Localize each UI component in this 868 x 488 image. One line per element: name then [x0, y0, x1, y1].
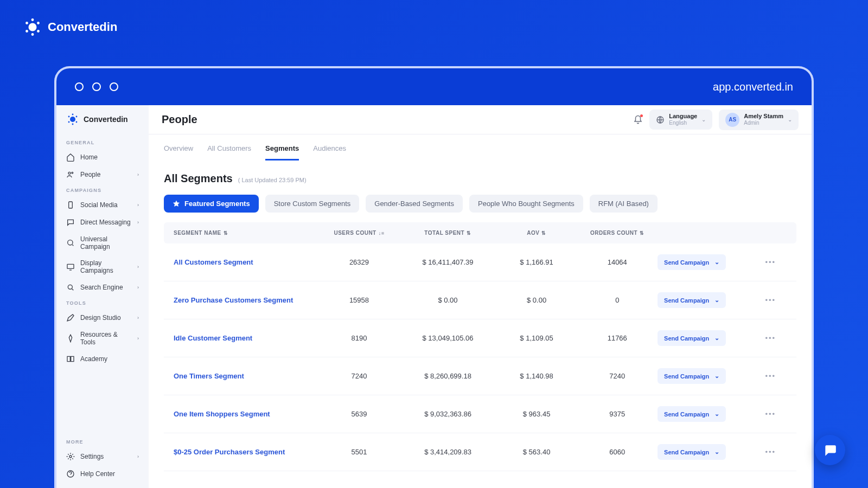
star-icon	[173, 200, 180, 208]
filter-bought[interactable]: People Who Bought Segments	[469, 195, 583, 213]
filter-rfm[interactable]: RFM (AI Based)	[590, 195, 658, 213]
row-menu-button[interactable]: •••	[755, 448, 787, 456]
send-campaign-button[interactable]: Send Campaign ⌄	[658, 330, 726, 346]
svg-point-5	[31, 18, 34, 21]
chat-button[interactable]	[815, 435, 845, 465]
globe-search-icon	[66, 239, 75, 247]
chevron-down-icon: ⌄	[701, 117, 706, 123]
chevron-right-icon: ›	[137, 172, 139, 177]
tab-segments[interactable]: Segments	[265, 144, 299, 160]
segment-link[interactable]: All Customers Segment	[174, 258, 319, 266]
col-segment-name[interactable]: SEGMENT NAME⇅	[174, 230, 319, 236]
svg-point-4	[37, 30, 40, 33]
segments-heading: All Segments	[164, 172, 233, 185]
cell-spent: $ 3,414,209.83	[399, 448, 496, 456]
chevron-right-icon: ›	[137, 220, 139, 225]
sidebar-item-help-center[interactable]: Help Center	[56, 465, 149, 483]
table-header: SEGMENT NAME⇅ USERS COUNT↓≡ TOTAL SPENT⇅…	[164, 222, 796, 243]
chevron-down-icon: ⌄	[714, 448, 719, 455]
send-campaign-button[interactable]: Send Campaign ⌄	[658, 444, 726, 460]
segment-link[interactable]: $0-25 Order Purchasers Segment	[174, 448, 319, 456]
col-users-count[interactable]: USERS COUNT↓≡	[319, 230, 400, 236]
sidebar-item-direct-messaging[interactable]: Direct Messaging ›	[56, 214, 149, 231]
language-selector[interactable]: Language English ⌄	[649, 110, 712, 130]
cell-orders: 14064	[577, 258, 658, 266]
send-campaign-button[interactable]: Send Campaign ⌄	[658, 254, 726, 270]
table-row: One Item Shoppers Segment5639$ 9,032,363…	[164, 395, 796, 433]
people-icon	[66, 170, 75, 179]
filter-store-custom[interactable]: Store Custom Segments	[265, 195, 360, 213]
section-campaigns: CAMPAIGNS	[56, 183, 149, 196]
cell-orders: 6060	[577, 448, 658, 456]
table-row: All Customers Segment26329$ 16,411,407.3…	[164, 243, 796, 281]
user-menu[interactable]: AS Amely Stamm Admin ⌄	[719, 110, 799, 130]
window-controls	[75, 82, 118, 91]
brand-icon	[66, 113, 79, 126]
row-menu-button[interactable]: •••	[755, 258, 787, 266]
svg-point-0	[29, 23, 37, 31]
segment-link[interactable]: One Item Shoppers Segment	[174, 410, 319, 418]
filter-label: Featured Segments	[184, 200, 250, 208]
sidebar-item-people[interactable]: People ›	[56, 166, 149, 183]
sort-icon: ⇅	[541, 230, 546, 236]
send-campaign-button[interactable]: Send Campaign ⌄	[658, 292, 726, 308]
tab-overview[interactable]: Overview	[164, 144, 193, 160]
bell-icon	[633, 115, 643, 125]
sidebar-item-universal-campaign[interactable]: Universal Campaign	[56, 231, 149, 255]
brand-name: Convertedin	[48, 20, 117, 34]
language-value: English	[669, 120, 697, 126]
sidebar-item-search-engine[interactable]: Search Engine ›	[56, 279, 149, 296]
row-menu-button[interactable]: •••	[755, 372, 787, 380]
subtabs: Overview All Customers Segments Audience…	[149, 134, 812, 160]
window-dot[interactable]	[75, 82, 84, 91]
row-menu-button[interactable]: •••	[755, 334, 787, 342]
sidebar-item-settings[interactable]: Settings ›	[56, 448, 149, 465]
col-orders-count[interactable]: ORDERS COUNT⇅	[577, 230, 658, 236]
sidebar-item-label: Social Media	[80, 201, 118, 209]
cell-users: 8190	[319, 334, 400, 342]
filter-gender[interactable]: Gender-Based Segments	[366, 195, 463, 213]
send-campaign-button[interactable]: Send Campaign ⌄	[658, 406, 726, 422]
chevron-down-icon: ⌄	[714, 373, 719, 380]
sidebar-item-home[interactable]: Home	[56, 149, 149, 166]
sidebar-item-label: Help Center	[80, 470, 115, 478]
svg-point-12	[72, 114, 74, 115]
row-menu-button[interactable]: •••	[755, 410, 787, 418]
brand-logo-sidebar[interactable]: Convertedin	[56, 113, 149, 136]
row-menu-button[interactable]: •••	[755, 296, 787, 304]
url-display: app.converted.in	[713, 81, 793, 93]
sidebar-item-resources-tools[interactable]: Resources & Tools ›	[56, 326, 149, 350]
segment-link[interactable]: Idle Customer Segment	[174, 334, 319, 342]
filter-featured[interactable]: Featured Segments	[164, 195, 259, 213]
window-dot[interactable]	[110, 82, 118, 91]
col-aov[interactable]: AOV⇅	[496, 230, 577, 236]
segment-link[interactable]: One Timers Segment	[174, 372, 319, 380]
topbar: People Language English ⌄ AS	[149, 105, 812, 134]
sidebar-item-label: Resources & Tools	[80, 331, 132, 346]
sidebar-item-academy[interactable]: Academy	[56, 350, 149, 368]
col-total-spent[interactable]: TOTAL SPENT⇅	[399, 230, 496, 236]
svg-rect-18	[67, 264, 74, 268]
window-dot[interactable]	[92, 82, 101, 91]
chevron-right-icon: ›	[137, 285, 139, 290]
tab-audiences[interactable]: Audiences	[313, 144, 346, 160]
table-row: Idle Customer Segment8190$ 13,049,105.06…	[164, 319, 796, 357]
brand-name: Convertedin	[84, 115, 128, 124]
sidebar-item-social-media[interactable]: Social Media ›	[56, 196, 149, 214]
send-campaign-button[interactable]: Send Campaign ⌄	[658, 368, 726, 384]
svg-point-1	[25, 22, 28, 24]
svg-rect-16	[69, 202, 73, 208]
chevron-down-icon: ⌄	[714, 335, 719, 342]
cell-aov: $ 1,166.91	[496, 258, 577, 266]
tab-all-customers[interactable]: All Customers	[207, 144, 251, 160]
sidebar-item-display-campaigns[interactable]: Display Campaigns ›	[56, 255, 149, 279]
display-icon	[66, 262, 75, 271]
chevron-down-icon: ⌄	[714, 259, 719, 266]
section-tools: TOOLS	[56, 296, 149, 309]
message-icon	[66, 218, 75, 227]
segment-link[interactable]: Zero Purchase Customers Segment	[174, 296, 319, 304]
chevron-right-icon: ›	[137, 315, 139, 320]
notifications-button[interactable]	[633, 115, 643, 125]
sidebar-item-design-studio[interactable]: Design Studio ›	[56, 309, 149, 326]
cell-orders: 7240	[577, 372, 658, 380]
